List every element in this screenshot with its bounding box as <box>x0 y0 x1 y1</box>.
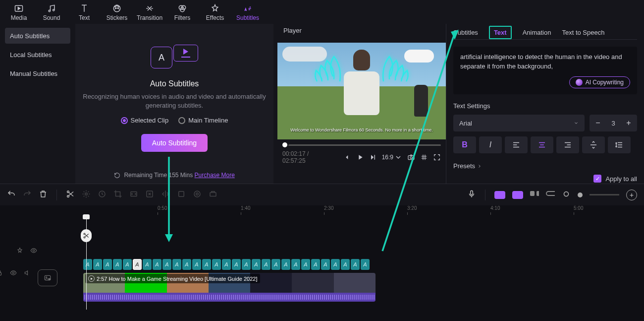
svg-point-23 <box>564 192 569 196</box>
tab-stickers[interactable]: Stickers <box>101 2 133 23</box>
marker-1[interactable] <box>494 191 505 199</box>
ai-copywriting-button[interactable]: AI Copywriting <box>569 76 630 88</box>
marker-2[interactable] <box>512 191 523 199</box>
eye-icon[interactable] <box>30 247 37 256</box>
radio-selected-clip[interactable]: Selected Clip <box>121 117 169 124</box>
tool-8[interactable] <box>177 190 186 200</box>
svg-rect-21 <box>537 191 539 196</box>
tab-transition[interactable]: Transition <box>134 2 165 23</box>
tool-6[interactable] <box>145 190 154 200</box>
radio-main-timeline[interactable]: Main Timeline <box>178 117 228 124</box>
inspector-tabs: Subtitles Text Animation Text to Speech <box>453 26 637 40</box>
inspector-tab-text[interactable]: Text <box>489 26 512 39</box>
align-left-button[interactable] <box>505 136 528 153</box>
eye-icon[interactable] <box>10 269 17 286</box>
sidebar-item-manual[interactable]: Manual Subtitles <box>5 65 70 81</box>
tool-5[interactable] <box>129 190 138 200</box>
auto-subtitling-button[interactable]: Auto Subtitling <box>141 134 208 152</box>
line-spacing-button[interactable] <box>608 136 631 153</box>
bold-button[interactable]: B <box>453 136 476 153</box>
seek-bar[interactable] <box>277 139 446 147</box>
align-right-button[interactable] <box>556 136 579 153</box>
size-minus-button[interactable]: − <box>593 119 602 128</box>
aspect-ratio-toggle[interactable]: 16:9 <box>382 153 402 161</box>
zoom-slider[interactable] <box>590 194 619 195</box>
tab-text[interactable]: Text <box>68 2 100 23</box>
timeline-toolbar: + <box>0 184 644 205</box>
split-button[interactable] <box>66 190 75 200</box>
play-button[interactable] <box>356 153 364 161</box>
inspector-tab-tts[interactable]: Text to Speech <box>562 29 604 36</box>
track-controls-fx <box>16 247 37 256</box>
subtitles-icon <box>243 3 253 13</box>
redo-button[interactable] <box>23 190 32 200</box>
svg-point-11 <box>85 193 88 195</box>
subtitle-track[interactable]: AAA AAA AAA AAA AAA AAA AAA AAA AAA AA <box>83 259 370 270</box>
text-style-row: B I <box>453 136 637 153</box>
mute-icon[interactable] <box>24 269 31 286</box>
sidebar-item-auto[interactable]: Auto Subtitles <box>5 28 70 44</box>
undo-button[interactable] <box>7 190 16 200</box>
marker-3[interactable] <box>530 190 539 200</box>
font-family-select[interactable]: Arial <box>453 115 585 131</box>
tab-subtitles[interactable]: Subtitles <box>232 2 264 23</box>
tool-10[interactable] <box>209 190 217 200</box>
inspector-tab-subtitles[interactable]: Subtitles <box>453 29 478 36</box>
italic-button[interactable]: I <box>479 136 502 153</box>
refresh-icon[interactable] <box>114 172 120 179</box>
chevron-right-icon <box>477 164 482 169</box>
font-size-stepper[interactable]: − 3 + <box>590 115 637 131</box>
presets-toggle[interactable]: Presets <box>453 162 637 170</box>
auto-subtitles-title: Auto Subtitles <box>150 79 199 88</box>
video-clip[interactable]: 2:57 How to Make a Game Streaming Video … <box>83 273 376 302</box>
tab-filters[interactable]: Filters <box>166 2 198 23</box>
apply-all-checkbox[interactable]: ✓ <box>593 175 601 183</box>
tab-effects[interactable]: Effects <box>199 2 231 23</box>
svg-point-16 <box>194 191 200 197</box>
delete-button[interactable] <box>39 190 48 200</box>
lock-icon[interactable] <box>0 269 3 286</box>
size-plus-button[interactable]: + <box>624 119 633 128</box>
apply-all-row[interactable]: ✓ Apply to all <box>453 170 637 183</box>
svg-point-30 <box>84 233 85 235</box>
snapshot-button[interactable] <box>407 153 415 161</box>
prev-frame-button[interactable] <box>343 153 351 161</box>
subtitle-mode-sidebar: Auto Subtitles Local Subtitles Manual Su… <box>0 24 75 184</box>
align-center-button[interactable] <box>531 136 553 153</box>
svg-point-8 <box>410 157 412 159</box>
remaining-time-row: Remaining Time 155 Mins Purchase More <box>82 168 267 184</box>
sidebar-item-local[interactable]: Local Subtitles <box>5 47 70 63</box>
purchase-more-link[interactable]: Purchase More <box>195 172 235 179</box>
add-track-button[interactable]: + <box>626 190 637 200</box>
tab-media[interactable]: Media <box>3 2 35 23</box>
wing-effect-right-icon <box>380 52 420 89</box>
player-viewport[interactable]: Welcome to Wondershare Filmora 60 Second… <box>277 43 446 139</box>
tool-3[interactable] <box>98 190 107 200</box>
subtitle-text-input[interactable]: artificial intelligence to detect the hu… <box>453 47 637 94</box>
timeline-tracks[interactable]: AAA AAA AAA AAA AAA AAA AAA AAA AAA AA 2… <box>54 215 644 321</box>
svg-point-24 <box>33 250 35 252</box>
tool-9[interactable] <box>193 190 202 200</box>
tab-sound[interactable]: Sound <box>36 2 67 23</box>
mirror-button[interactable] <box>161 190 170 200</box>
inspector-tab-animation[interactable]: Animation <box>523 29 551 36</box>
svg-rect-19 <box>471 191 473 194</box>
fx-toggle-icon[interactable] <box>16 247 23 256</box>
next-frame-button[interactable] <box>369 153 377 161</box>
timeline-ruler[interactable]: 0:50 1:40 2:30 3:20 4:10 5:00 <box>54 205 644 215</box>
voiceover-button[interactable] <box>467 190 476 200</box>
playhead[interactable] <box>86 215 87 310</box>
zoom-knob[interactable] <box>578 193 583 197</box>
grid-button[interactable] <box>420 153 428 161</box>
zoom-out-button[interactable] <box>562 190 571 200</box>
tool-2[interactable] <box>82 190 91 200</box>
crop-button[interactable] <box>113 190 122 200</box>
inspector-panel: Subtitles Text Animation Text to Speech … <box>446 24 644 184</box>
playhead-split-icon[interactable] <box>81 229 92 242</box>
text-icon <box>79 3 89 13</box>
vertical-align-button[interactable] <box>582 136 605 153</box>
svg-rect-25 <box>0 272 1 275</box>
marker-4[interactable] <box>546 190 555 200</box>
svg-rect-20 <box>530 191 535 196</box>
fullscreen-button[interactable] <box>433 153 441 161</box>
